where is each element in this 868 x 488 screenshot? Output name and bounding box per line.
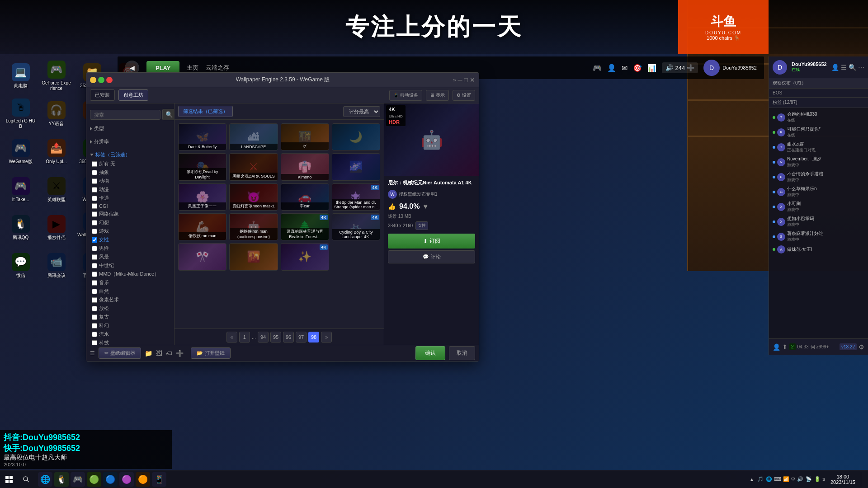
icon-only-upl[interactable]: 📤 Only Upl...: [39, 134, 73, 170]
display-button[interactable]: 🖥 显示: [426, 90, 449, 101]
more-icon[interactable]: ⋯: [858, 64, 864, 71]
open-wallpaper-button[interactable]: 📂 打开壁纸: [191, 347, 231, 359]
game-bar-cloud[interactable]: 云端之存: [206, 64, 229, 72]
sys-chrome[interactable]: 🌐: [765, 476, 773, 483]
sort-select[interactable]: 评分最高: [343, 106, 380, 117]
mobile-device-button[interactable]: 📱 移动设备: [389, 90, 422, 101]
wallpaper-item-2[interactable]: 🏙 LANDSCAPE: [229, 123, 278, 150]
tag-game-checkbox[interactable]: [92, 229, 97, 234]
workshop-tab[interactable]: 创意工坊: [118, 89, 148, 101]
page-96[interactable]: 96: [283, 332, 294, 343]
tag-male-checkbox[interactable]: [92, 246, 97, 251]
tag-retro[interactable]: 复古: [90, 313, 170, 321]
wallpaper-item-1[interactable]: 🦋 Dark & Butterfly: [178, 123, 226, 150]
tag-retro-checkbox[interactable]: [92, 314, 97, 320]
icon-qq[interactable]: 🐧 腾讯QQ: [4, 210, 38, 246]
icon-weixin[interactable]: 💬 微信: [4, 248, 38, 284]
tag-relaxing[interactable]: 放松: [90, 304, 170, 313]
icon-wegame[interactable]: 🎮 WeGame版: [4, 134, 38, 170]
sys-battery[interactable]: 🔋: [814, 476, 821, 483]
tag-pixel-checkbox[interactable]: [92, 297, 97, 303]
search-user-icon[interactable]: 🔍: [849, 64, 856, 71]
last-page-button[interactable]: »: [321, 332, 332, 343]
wallpaper-item-18[interactable]: 🌇: [229, 243, 278, 270]
tag-mmd-checkbox[interactable]: [92, 272, 97, 277]
tag-music[interactable]: 音乐: [90, 278, 170, 287]
tag-anime-checkbox[interactable]: [92, 187, 97, 192]
profile-icon[interactable]: 👤: [773, 343, 780, 351]
we-resize-icon[interactable]: □: [464, 76, 468, 84]
wallpaper-item-10[interactable]: 😈 霓虹灯面罩neon mask1: [229, 183, 278, 211]
wallpaper-item-11[interactable]: 🚗 车car: [281, 183, 329, 211]
tag-cgi[interactable]: CGI: [90, 202, 170, 210]
tag-mmd[interactable]: MMD（Miku-Miku Dance）: [90, 270, 170, 278]
wallpaper-item-15[interactable]: 🌲 4K 逼真的森林景观与音Realistic Forest...: [281, 213, 329, 240]
taskbar-purple-icon[interactable]: 🟣: [119, 472, 134, 487]
tag-female-checkbox[interactable]: [92, 237, 97, 243]
tag-anime[interactable]: 动漫: [90, 185, 170, 194]
taskbar-green-icon[interactable]: 🟢: [87, 472, 101, 487]
icon-logitech[interactable]: 🖱 Logitech G HUB: [4, 96, 38, 132]
tag-game-misc[interactable]: 网络假象: [90, 210, 170, 218]
taskbar-browser-icon[interactable]: 🌐: [38, 472, 52, 487]
sys-icon-1[interactable]: ▲: [748, 476, 755, 483]
wallpaper-item-7[interactable]: 👘 Kimono: [281, 153, 329, 180]
tag-motion[interactable]: 动物: [90, 177, 170, 185]
tag-abstract-checkbox[interactable]: [92, 170, 97, 175]
tag-nature[interactable]: 自然: [90, 287, 170, 296]
tag-relaxing-checkbox[interactable]: [92, 306, 97, 311]
filter-type-header[interactable]: 类型: [90, 124, 170, 133]
playlist-icon[interactable]: ☰: [90, 350, 95, 357]
tag-female[interactable]: 女性: [90, 235, 170, 244]
tag-scenery-checkbox[interactable]: [92, 254, 97, 260]
icon-geforce[interactable]: 🎮 GeForce Experience: [39, 58, 73, 94]
tag-all[interactable]: 所有 无: [90, 160, 170, 168]
wallpaper-item-8[interactable]: 🌌: [332, 153, 380, 180]
taskbar-app-icon[interactable]: 📱: [152, 472, 166, 487]
settings-bottom-icon[interactable]: ⚙: [859, 343, 864, 351]
tag-music-checkbox[interactable]: [92, 280, 97, 286]
tag-medieval[interactable]: 中世纪: [90, 261, 170, 270]
installed-tab[interactable]: 已安装: [90, 89, 115, 101]
tag-waterfall[interactable]: 流水: [90, 330, 170, 338]
game-bar-icon-5[interactable]: 📊: [647, 64, 656, 72]
wallpaper-item-17[interactable]: 🎌: [178, 243, 226, 270]
tag-tech[interactable]: 科技: [90, 338, 170, 345]
confirm-button[interactable]: 确认: [415, 346, 445, 360]
page-95[interactable]: 95: [270, 332, 281, 343]
we-minimize-icon[interactable]: ─: [458, 76, 462, 84]
search-input[interactable]: [90, 110, 160, 120]
subscribe-button[interactable]: ⬇ 订阅: [388, 234, 475, 249]
wallpaper-item-13[interactable]: 🦾 钢铁侠iron man: [178, 213, 226, 240]
game-bar-icon-3[interactable]: ✉: [622, 64, 627, 72]
tag-scifi[interactable]: 科幻: [90, 321, 170, 330]
tag-game[interactable]: 游戏: [90, 227, 170, 235]
tag-all-checkbox[interactable]: [92, 161, 97, 167]
cancel-button[interactable]: 取消: [449, 346, 475, 360]
game-bar-home[interactable]: 主页: [187, 64, 198, 72]
filter-tags-header[interactable]: 标签（已筛选）: [90, 150, 170, 160]
plus-icon[interactable]: ➕: [176, 350, 184, 357]
wallpaper-item-12[interactable]: 🕷 4K theSpider Man and dr. Strange (spid…: [332, 183, 380, 211]
first-page-button[interactable]: «: [226, 332, 237, 343]
icon-bofang[interactable]: ▶ 播放伴侣: [39, 210, 73, 246]
icon-lol[interactable]: ⚔ 英雄联盟: [39, 172, 73, 208]
tag-fantasy-checkbox[interactable]: [92, 220, 97, 225]
wallpaper-item-14[interactable]: 🤖 钢铁侠iron man (audioresponsive): [229, 213, 278, 240]
taskbar-qq-icon[interactable]: 🐧: [54, 472, 69, 487]
sys-keyboard[interactable]: ⌨: [774, 476, 781, 483]
taskbar-steam-icon[interactable]: 🎮: [71, 472, 85, 487]
wallpaper-item-4[interactable]: 🌙: [332, 123, 380, 150]
taskbar-blue-icon[interactable]: 🔵: [103, 472, 118, 487]
maximize-button[interactable]: [98, 77, 104, 83]
icon-yy[interactable]: 🎧 YY语音: [39, 96, 73, 132]
wallpaper-item-16[interactable]: 🚲 4K Cycling Boy & City Landscape -4K-: [332, 213, 380, 240]
upload-icon[interactable]: ⬆: [782, 343, 788, 351]
tag-waterfall-checkbox[interactable]: [92, 332, 97, 337]
wallpaper-item-3[interactable]: 🌃 水: [281, 123, 329, 150]
tag-tech-checkbox[interactable]: [92, 340, 97, 345]
page-98-active[interactable]: 98: [308, 332, 319, 343]
game-bar-icon-2[interactable]: 👤: [607, 64, 616, 72]
tag-fantasy[interactable]: 幻想: [90, 218, 170, 227]
tag-medieval-checkbox[interactable]: [92, 263, 97, 268]
